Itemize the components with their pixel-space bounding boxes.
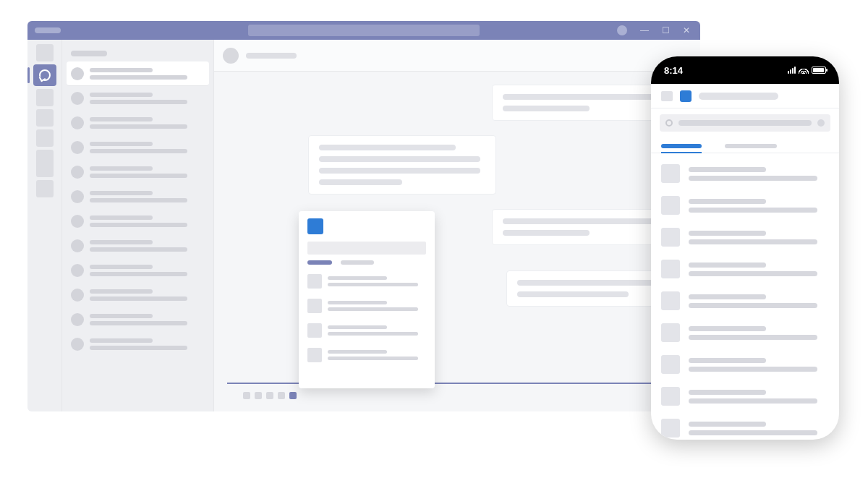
phone-list-item[interactable] bbox=[661, 317, 829, 349]
statusbar-time: 8:14 bbox=[664, 65, 683, 76]
extension-result-item[interactable] bbox=[307, 343, 426, 367]
rail-chat[interactable] bbox=[33, 64, 56, 86]
compose-extensions bbox=[243, 392, 297, 399]
participant-name bbox=[246, 53, 297, 59]
chat-list-item[interactable] bbox=[67, 111, 209, 135]
app-rail bbox=[27, 40, 62, 411]
list-thumb-icon bbox=[661, 323, 680, 342]
battery-icon bbox=[812, 67, 826, 74]
extension-button-active[interactable] bbox=[289, 392, 297, 399]
avatar-icon bbox=[71, 313, 84, 326]
avatar-icon bbox=[71, 92, 84, 105]
result-thumb-icon bbox=[307, 323, 322, 338]
rail-calendar[interactable] bbox=[36, 109, 54, 127]
clear-icon[interactable] bbox=[817, 119, 825, 127]
rail-files[interactable] bbox=[36, 150, 54, 177]
avatar-icon bbox=[71, 166, 84, 179]
phone-list-item[interactable] bbox=[661, 189, 829, 221]
messaging-extension-popup bbox=[299, 211, 435, 388]
extension-app-icon bbox=[307, 218, 323, 234]
chat-list bbox=[62, 40, 214, 411]
wifi-icon bbox=[799, 67, 809, 74]
list-thumb-icon bbox=[661, 228, 680, 247]
extension-button[interactable] bbox=[266, 392, 273, 399]
close-icon[interactable]: ✕ bbox=[683, 26, 690, 35]
phone-search-input[interactable] bbox=[660, 114, 830, 132]
extension-tab[interactable] bbox=[341, 260, 374, 265]
phone-list-item[interactable] bbox=[661, 412, 829, 440]
app-icon bbox=[680, 90, 692, 102]
extension-button[interactable] bbox=[255, 392, 262, 399]
extension-result-item[interactable] bbox=[307, 294, 426, 318]
phone-list-item[interactable] bbox=[661, 221, 829, 253]
chat-list-item[interactable] bbox=[67, 61, 209, 86]
chat-list-item[interactable] bbox=[67, 283, 209, 307]
app-name-placeholder bbox=[35, 27, 61, 33]
conversation-header bbox=[214, 40, 700, 72]
chat-list-item[interactable] bbox=[67, 209, 209, 234]
chat-list-item[interactable] bbox=[67, 86, 209, 111]
phone-app-header bbox=[651, 84, 839, 108]
profile-avatar[interactable] bbox=[617, 25, 627, 35]
rail-activity[interactable] bbox=[36, 44, 54, 61]
message-incoming[interactable] bbox=[308, 135, 496, 195]
extension-tab-active[interactable] bbox=[307, 260, 332, 265]
phone-tab[interactable] bbox=[725, 144, 777, 153]
phone-list-item[interactable] bbox=[661, 349, 829, 380]
list-thumb-icon bbox=[661, 291, 680, 310]
back-icon[interactable] bbox=[661, 91, 673, 101]
result-thumb-icon bbox=[307, 274, 322, 289]
compose-box[interactable] bbox=[227, 383, 687, 411]
phone-result-list bbox=[651, 153, 839, 440]
result-thumb-icon bbox=[307, 299, 322, 313]
global-search-input[interactable] bbox=[248, 25, 480, 36]
phone-statusbar: 8:14 bbox=[651, 56, 839, 84]
rail-calls[interactable] bbox=[36, 129, 54, 147]
phone-tab-active[interactable] bbox=[661, 144, 702, 153]
list-thumb-icon bbox=[661, 387, 680, 406]
avatar-icon bbox=[71, 215, 84, 228]
avatar-icon bbox=[71, 239, 84, 252]
window-titlebar: — ☐ ✕ bbox=[27, 21, 700, 40]
mobile-device: 8:14 bbox=[651, 56, 839, 440]
phone-list-item[interactable] bbox=[661, 285, 829, 317]
extension-search-input[interactable] bbox=[307, 242, 426, 255]
avatar-icon bbox=[71, 116, 84, 129]
avatar-icon bbox=[71, 338, 84, 351]
extension-button[interactable] bbox=[243, 392, 250, 399]
chat-list-item[interactable] bbox=[67, 307, 209, 332]
extension-button[interactable] bbox=[278, 392, 285, 399]
avatar-icon bbox=[71, 190, 84, 203]
signal-icon bbox=[788, 67, 796, 74]
extension-result-item[interactable] bbox=[307, 318, 426, 343]
participant-avatar-icon[interactable] bbox=[223, 48, 239, 64]
phone-list-item[interactable] bbox=[661, 158, 829, 189]
chat-list-item[interactable] bbox=[67, 332, 209, 357]
avatar-icon bbox=[71, 141, 84, 154]
app-title bbox=[699, 93, 778, 100]
minimize-icon[interactable]: — bbox=[640, 26, 649, 35]
phone-list-item[interactable] bbox=[661, 380, 829, 412]
chat-list-item[interactable] bbox=[67, 160, 209, 184]
phone-list-item[interactable] bbox=[661, 253, 829, 285]
extension-result-item[interactable] bbox=[307, 269, 426, 294]
list-thumb-icon bbox=[661, 164, 680, 183]
chat-list-header bbox=[67, 46, 209, 61]
avatar-icon bbox=[71, 289, 84, 302]
list-thumb-icon bbox=[661, 355, 680, 374]
list-thumb-icon bbox=[661, 419, 680, 438]
result-thumb-icon bbox=[307, 348, 322, 362]
chat-list-item[interactable] bbox=[67, 135, 209, 160]
chat-list-item[interactable] bbox=[67, 258, 209, 283]
conversation-panel bbox=[214, 40, 700, 411]
chat-list-item[interactable] bbox=[67, 184, 209, 209]
maximize-icon[interactable]: ☐ bbox=[662, 26, 670, 35]
list-thumb-icon bbox=[661, 260, 680, 278]
rail-teams[interactable] bbox=[36, 89, 54, 106]
rail-apps[interactable] bbox=[36, 180, 54, 197]
avatar-icon bbox=[71, 67, 84, 80]
chat-icon bbox=[39, 69, 51, 81]
chat-list-item[interactable] bbox=[67, 234, 209, 258]
phone-tabs bbox=[651, 137, 839, 153]
search-icon bbox=[665, 119, 673, 127]
